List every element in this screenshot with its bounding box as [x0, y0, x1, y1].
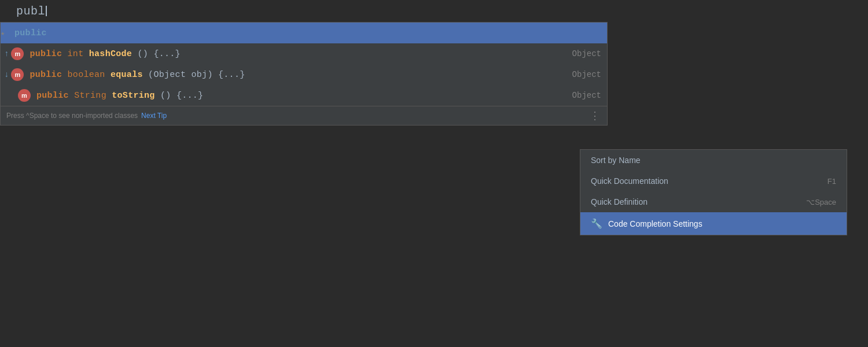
item-source-hashcode: Object: [561, 49, 601, 58]
down-arrow-marker: ↓: [4, 70, 9, 79]
method-icon-equals: m: [11, 68, 24, 81]
tip-text: Press ^Space to see non-imported classes: [6, 112, 138, 120]
quick-definition-shortcut: ⌥Space: [806, 198, 836, 206]
autocomplete-item-tostring[interactable]: m public String toString () {...} Object: [1, 85, 607, 106]
menu-item-sort-by-name[interactable]: Sort by Name: [580, 150, 847, 171]
autocomplete-item-public[interactable]: ★ public: [1, 23, 607, 43]
menu-item-quick-documentation[interactable]: Quick Documentation F1: [580, 171, 847, 191]
item-text-equals: public boolean equals (Object obj) {...}: [30, 70, 560, 80]
quick-documentation-shortcut: F1: [827, 177, 836, 186]
item-source-equals: Object: [561, 70, 601, 79]
next-tip-link[interactable]: Next Tip: [141, 112, 167, 120]
item-text-tostring: public String toString () {...}: [36, 91, 561, 101]
quick-documentation-label: Quick Documentation: [591, 176, 668, 186]
sort-by-name-label: Sort by Name: [591, 156, 641, 165]
context-menu: Sort by Name Quick Documentation F1 Quic…: [580, 149, 847, 235]
menu-item-quick-definition[interactable]: Quick Definition ⌥Space: [580, 191, 847, 212]
dots-menu[interactable]: ⋮: [590, 109, 601, 122]
menu-item-code-completion-settings[interactable]: 🔧 Code Completion Settings: [580, 212, 847, 235]
item-source-tostring: Object: [561, 91, 601, 100]
cursor: [46, 6, 47, 16]
item-text-hashcode: public int hashCode () {...}: [30, 49, 560, 59]
method-icon-hashcode: m: [11, 47, 24, 60]
typed-text: publ: [16, 5, 47, 18]
autocomplete-dropdown: ★ public ↑ m public int hashCode () {...…: [0, 22, 608, 125]
quick-definition-label: Quick Definition: [591, 197, 648, 206]
method-icon-tostring: m: [18, 89, 31, 102]
code-completion-settings-label: Code Completion Settings: [608, 219, 703, 228]
autocomplete-item-equals[interactable]: ↓ m public boolean equals (Object obj) {…: [1, 64, 607, 85]
up-arrow-marker: ↑: [4, 49, 9, 58]
star-marker: ★: [1, 29, 5, 38]
editor-area: publ ★ public ↑ m public int hashCode ()…: [0, 0, 868, 347]
tip-bar: Press ^Space to see non-imported classes…: [1, 106, 607, 125]
typed-text-content: publ: [16, 5, 45, 18]
autocomplete-item-hashcode[interactable]: ↑ m public int hashCode () {...} Object: [1, 43, 607, 64]
wrench-icon: 🔧: [591, 218, 602, 229]
item-text-public: public: [14, 28, 601, 38]
